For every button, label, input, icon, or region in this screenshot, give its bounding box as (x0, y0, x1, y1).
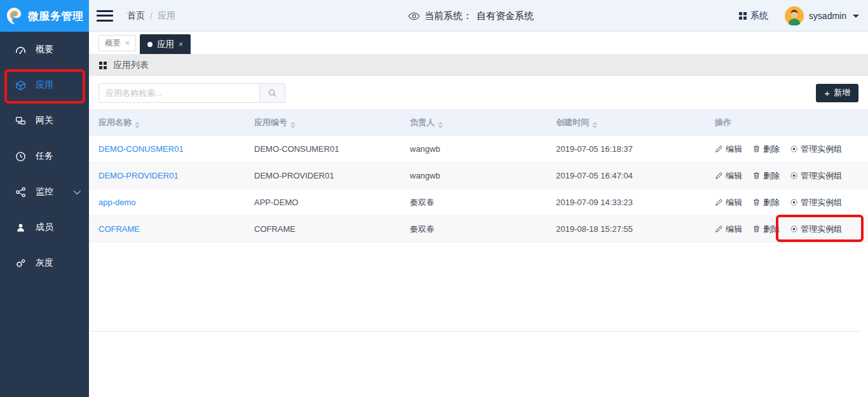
app-name-link[interactable]: COFRAME (98, 224, 140, 234)
sidebar-item-label: 灰度 (36, 257, 53, 269)
delete-link[interactable]: 删除 (752, 170, 780, 182)
sidebar-item-gateway[interactable]: 网关 (0, 103, 89, 138)
table-header: 应用名称 应用编号 负责人 创建时间 操作 (89, 109, 868, 136)
menu-toggle-icon[interactable] (97, 10, 113, 22)
top-header: 微服务管理 首页 / 应用 当前系统：自有资金系统 (0, 0, 868, 32)
delete-link[interactable]: 删除 (752, 144, 780, 155)
chevron-down-icon (74, 187, 81, 194)
tab-overview[interactable]: 概要 × (98, 35, 136, 51)
topbar-body: 首页 / 应用 当前系统：自有资金系统 系统 (89, 0, 868, 31)
add-button[interactable]: + 新增 (816, 84, 858, 102)
created-cell: 2019-07-09 14:33:23 (546, 198, 705, 207)
column-header-code[interactable]: 应用编号 (245, 117, 400, 128)
active-tab-dot (147, 42, 153, 47)
system-switch-button[interactable]: 系统 (739, 10, 768, 22)
gears-icon (15, 258, 26, 269)
plus-icon: + (824, 88, 830, 98)
chevron-down-icon (853, 15, 859, 18)
panel-title-bar: 应用列表 (89, 54, 868, 76)
table-row: DEMO-CONUSMER01 DEMO-CONSUMER01 wangwb 2… (89, 136, 868, 163)
close-icon[interactable]: × (179, 40, 183, 49)
table-row: COFRAME COFRAME 秦双春 2019-08-18 15:27:55 … (89, 216, 868, 243)
app-name-link[interactable]: DEMO-PROVIDER01 (98, 171, 179, 180)
app-code-cell: DEMO-CONSUMER01 (245, 144, 400, 154)
search-button[interactable] (259, 83, 285, 103)
edit-link[interactable]: 编辑 (715, 197, 742, 208)
avatar (785, 6, 804, 25)
manage-instances-link[interactable]: 管理实例组 (790, 224, 842, 235)
column-header-name[interactable]: 应用名称 (89, 117, 245, 128)
search-input[interactable] (98, 83, 259, 103)
owner-cell: 秦双春 (400, 224, 546, 235)
username: sysadmin (809, 11, 846, 21)
topbar-right: 系统 sysadmin (739, 0, 859, 32)
delete-link[interactable]: 删除 (752, 224, 780, 235)
app-code-cell: APP-DEMO (245, 198, 400, 207)
current-system-label: 当前系统： (424, 10, 472, 22)
breadcrumb-current: 应用 (158, 10, 175, 22)
sidebar-item-label: 概要 (36, 44, 53, 55)
manage-instances-link[interactable]: 管理实例组 (790, 197, 842, 208)
content-divider (90, 331, 860, 332)
panel-title: 应用列表 (113, 60, 149, 71)
sort-icon[interactable] (438, 122, 443, 128)
owner-cell: 秦双春 (400, 197, 546, 208)
breadcrumb: 首页 / 应用 (127, 10, 175, 22)
sidebar-item-label: 监控 (36, 186, 53, 198)
sort-icon[interactable] (290, 122, 295, 128)
dashboard-icon (15, 44, 26, 55)
search-group (98, 83, 285, 103)
column-header-owner[interactable]: 负责人 (400, 117, 546, 128)
sidebar-item-label: 应用 (36, 79, 53, 91)
sidebar-item-graylevel[interactable]: 灰度 (0, 245, 89, 281)
delete-link[interactable]: 删除 (752, 197, 780, 208)
sidebar-item-tasks[interactable]: 任务 (0, 138, 89, 174)
breadcrumb-home[interactable]: 首页 (127, 10, 145, 22)
app-root: 微服务管理 首页 / 应用 当前系统：自有资金系统 (0, 0, 868, 397)
table-row: DEMO-PROVIDER01 DEMO-PROVIDER01 wangwb 2… (89, 163, 868, 189)
app-code-cell: DEMO-PROVIDER01 (245, 171, 400, 180)
column-header-actions: 操作 (705, 117, 868, 128)
monitor-icon (15, 187, 26, 198)
grid-icon (99, 62, 107, 69)
clock-icon (15, 151, 26, 162)
created-cell: 2019-08-18 15:27:55 (546, 224, 705, 234)
sidebar-item-applications[interactable]: 应用 (0, 67, 89, 103)
sidebar-item-members[interactable]: 成员 (0, 210, 89, 245)
eye-icon (408, 12, 420, 20)
user-icon (15, 222, 26, 233)
edit-link[interactable]: 编辑 (715, 224, 742, 235)
column-header-created[interactable]: 创建时间 (546, 117, 705, 128)
edit-link[interactable]: 编辑 (715, 170, 742, 182)
logo-swirl-icon (5, 6, 24, 25)
breadcrumb-separator: / (150, 11, 153, 21)
sidebar-item-label: 任务 (36, 151, 53, 162)
tab-bar: 概要 × 应用 × (89, 32, 868, 54)
sidebar-item-label: 成员 (36, 222, 53, 233)
current-system: 当前系统：自有资金系统 (408, 0, 534, 32)
sidebar-item-monitoring[interactable]: 监控 (0, 174, 89, 210)
table-body: DEMO-CONUSMER01 DEMO-CONSUMER01 wangwb 2… (89, 136, 868, 243)
created-cell: 2019-07-05 16:47:04 (546, 171, 705, 180)
search-icon (268, 88, 277, 98)
sidebar: 概要 应用 网关 任务 监控 (0, 32, 89, 397)
app-name-link[interactable]: app-demo (98, 198, 136, 207)
close-icon[interactable]: × (125, 39, 130, 48)
toolbar: + 新增 (89, 76, 868, 109)
edit-link[interactable]: 编辑 (715, 144, 742, 155)
manage-instances-link[interactable]: 管理实例组 (790, 144, 842, 155)
add-button-label: 新增 (834, 87, 850, 98)
owner-cell: wangwb (400, 144, 546, 154)
tab-label: 应用 (157, 39, 174, 50)
sort-icon[interactable] (135, 122, 140, 128)
sidebar-item-overview[interactable]: 概要 (0, 32, 89, 67)
app-logo[interactable]: 微服务管理 (0, 0, 89, 32)
sort-icon[interactable] (592, 122, 597, 128)
app-name-link[interactable]: DEMO-CONUSMER01 (98, 144, 184, 154)
cube-icon (15, 80, 26, 91)
app-code-cell: COFRAME (245, 224, 400, 234)
manage-instances-link[interactable]: 管理实例组 (790, 170, 842, 182)
user-menu[interactable]: sysadmin (785, 6, 859, 25)
gateway-icon (15, 116, 26, 126)
tab-applications[interactable]: 应用 × (140, 34, 191, 54)
